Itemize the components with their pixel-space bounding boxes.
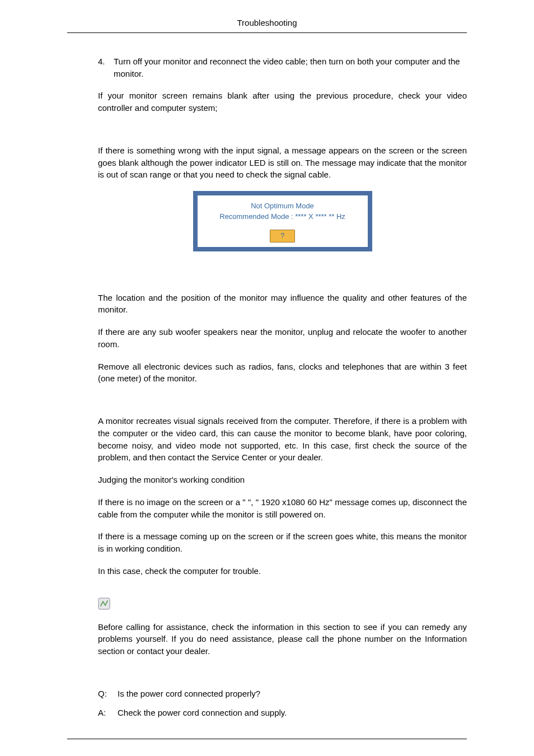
para-recreates: A monitor recreates visual signals recei… (98, 415, 467, 464)
dialog-title: Not Optimum Mode (201, 201, 364, 212)
para-devices: Remove all electronic devices such as ra… (98, 361, 467, 385)
step-4: 4. Turn off your monitor and reconnect t… (98, 55, 467, 80)
a-label: A: (98, 707, 118, 719)
dialog-help-button: ? (270, 230, 295, 242)
page-header: Troubleshooting (67, 17, 467, 29)
header-rule (67, 32, 467, 33)
para-noimage: If there is no image on the screen or a … (98, 496, 467, 521)
a-text: Check the power cord connection and supp… (118, 707, 287, 719)
dialog-subtitle: Recommended Mode : **** X **** ** Hz (201, 212, 364, 222)
para-blank-screen: If your monitor screen remains blank aft… (98, 90, 467, 114)
para-before-calling: Before calling for assistance, check the… (98, 621, 467, 657)
dialog-inner: Not Optimum Mode Recommended Mode : ****… (198, 195, 368, 247)
qa-answer: A: Check the power cord connection and s… (98, 707, 467, 719)
para-location: The location and the position of the mon… (98, 292, 467, 316)
para-input-signal: If there is something wrong with the inp… (98, 144, 467, 181)
qa-question: Q: Is the power cord connected properly? (98, 688, 467, 700)
dialog-box: Not Optimum Mode Recommended Mode : ****… (193, 191, 372, 251)
main-content: 4. Turn off your monitor and reconnect t… (67, 55, 467, 719)
note-icon (98, 598, 110, 610)
para-woofer: If there are any sub woofer speakers nea… (98, 326, 467, 351)
para-if-message: If there is a message coming up on the s… (98, 530, 467, 555)
para-judging: Judging the monitor's working condition (98, 474, 467, 486)
q-text: Is the power cord connected properly? (118, 688, 260, 700)
q-label: Q: (98, 688, 118, 700)
para-check-computer: In this case, check the computer for tro… (98, 565, 467, 577)
step-text: Turn off your monitor and reconnect the … (114, 55, 467, 80)
step-number: 4. (98, 55, 114, 80)
footer-rule (67, 739, 467, 739)
